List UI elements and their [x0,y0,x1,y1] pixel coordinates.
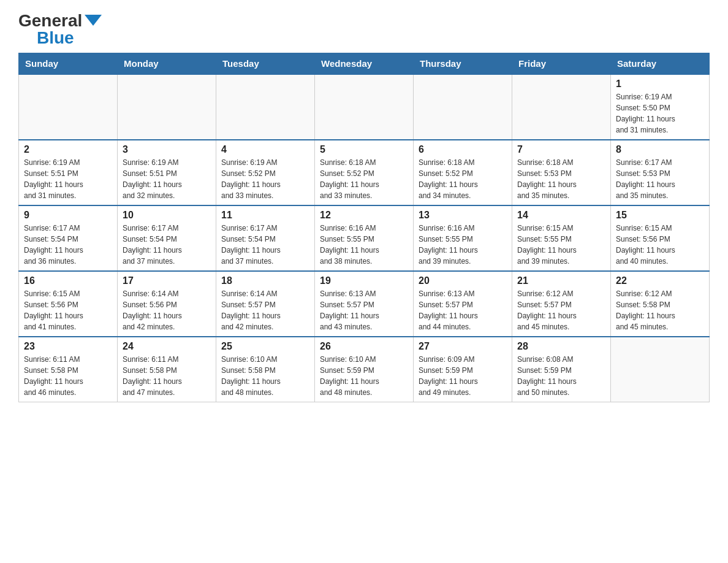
calendar-cell: 19Sunrise: 6:13 AM Sunset: 5:57 PM Dayli… [315,271,414,337]
logo-blue-text: Blue [37,29,74,47]
calendar-week-row: 1Sunrise: 6:19 AM Sunset: 5:50 PM Daylig… [19,74,710,140]
day-info: Sunrise: 6:17 AM Sunset: 5:54 PM Dayligh… [123,223,211,267]
calendar-cell: 22Sunrise: 6:12 AM Sunset: 5:58 PM Dayli… [611,271,710,337]
calendar-header-row: SundayMondayTuesdayWednesdayThursdayFrid… [19,53,710,75]
day-number: 22 [616,275,704,286]
calendar-cell [315,74,414,140]
day-number: 23 [24,341,112,352]
calendar-cell: 17Sunrise: 6:14 AM Sunset: 5:56 PM Dayli… [118,271,216,337]
calendar-week-row: 9Sunrise: 6:17 AM Sunset: 5:54 PM Daylig… [19,205,710,271]
day-info: Sunrise: 6:15 AM Sunset: 5:55 PM Dayligh… [517,223,605,267]
day-number: 25 [221,341,309,352]
day-number: 27 [419,341,507,352]
calendar-cell: 28Sunrise: 6:08 AM Sunset: 5:59 PM Dayli… [512,337,611,402]
day-number: 9 [24,210,112,221]
logo: General Blue [18,12,102,47]
calendar-week-row: 16Sunrise: 6:15 AM Sunset: 5:56 PM Dayli… [19,271,710,337]
day-info: Sunrise: 6:17 AM Sunset: 5:54 PM Dayligh… [221,223,309,267]
day-number: 11 [221,210,309,221]
calendar-cell [216,74,315,140]
day-number: 6 [419,144,507,155]
calendar-cell: 21Sunrise: 6:12 AM Sunset: 5:57 PM Dayli… [512,271,611,337]
logo-triangle-icon [85,15,102,26]
calendar-cell: 7Sunrise: 6:18 AM Sunset: 5:53 PM Daylig… [512,140,611,205]
day-info: Sunrise: 6:09 AM Sunset: 5:59 PM Dayligh… [419,354,507,398]
header-friday: Friday [512,53,611,75]
day-info: Sunrise: 6:19 AM Sunset: 5:50 PM Dayligh… [616,91,704,136]
day-info: Sunrise: 6:13 AM Sunset: 5:57 PM Dayligh… [419,288,507,332]
calendar-cell: 3Sunrise: 6:19 AM Sunset: 5:51 PM Daylig… [118,140,216,205]
logo-general-text: General [18,12,82,29]
calendar-table: SundayMondayTuesdayWednesdayThursdayFrid… [18,53,710,402]
day-info: Sunrise: 6:17 AM Sunset: 5:54 PM Dayligh… [24,223,112,267]
calendar-cell [414,74,512,140]
day-number: 17 [123,275,211,286]
calendar-cell [512,74,611,140]
day-info: Sunrise: 6:10 AM Sunset: 5:58 PM Dayligh… [221,354,309,398]
day-number: 18 [221,275,309,286]
day-info: Sunrise: 6:12 AM Sunset: 5:57 PM Dayligh… [517,288,605,332]
header-tuesday: Tuesday [216,53,315,75]
calendar-cell: 15Sunrise: 6:15 AM Sunset: 5:56 PM Dayli… [611,205,710,271]
calendar-cell: 26Sunrise: 6:10 AM Sunset: 5:59 PM Dayli… [315,337,414,402]
day-info: Sunrise: 6:16 AM Sunset: 5:55 PM Dayligh… [320,223,408,267]
day-info: Sunrise: 6:14 AM Sunset: 5:56 PM Dayligh… [123,288,211,332]
calendar-cell: 24Sunrise: 6:11 AM Sunset: 5:58 PM Dayli… [118,337,216,402]
calendar-cell: 23Sunrise: 6:11 AM Sunset: 5:58 PM Dayli… [19,337,118,402]
calendar-cell: 2Sunrise: 6:19 AM Sunset: 5:51 PM Daylig… [19,140,118,205]
calendar-cell: 16Sunrise: 6:15 AM Sunset: 5:56 PM Dayli… [19,271,118,337]
day-number: 8 [616,144,704,155]
page-header: General Blue [18,12,710,47]
calendar-cell: 11Sunrise: 6:17 AM Sunset: 5:54 PM Dayli… [216,205,315,271]
day-number: 1 [616,79,704,90]
header-sunday: Sunday [19,53,118,75]
day-info: Sunrise: 6:11 AM Sunset: 5:58 PM Dayligh… [123,354,211,398]
calendar-cell: 25Sunrise: 6:10 AM Sunset: 5:58 PM Dayli… [216,337,315,402]
day-info: Sunrise: 6:17 AM Sunset: 5:53 PM Dayligh… [616,157,704,201]
day-number: 20 [419,275,507,286]
calendar-cell: 14Sunrise: 6:15 AM Sunset: 5:55 PM Dayli… [512,205,611,271]
day-info: Sunrise: 6:18 AM Sunset: 5:52 PM Dayligh… [419,157,507,201]
day-number: 2 [24,144,112,155]
day-number: 15 [616,210,704,221]
day-number: 24 [123,341,211,352]
calendar-cell: 9Sunrise: 6:17 AM Sunset: 5:54 PM Daylig… [19,205,118,271]
calendar-cell: 5Sunrise: 6:18 AM Sunset: 5:52 PM Daylig… [315,140,414,205]
calendar-week-row: 2Sunrise: 6:19 AM Sunset: 5:51 PM Daylig… [19,140,710,205]
day-number: 4 [221,144,309,155]
header-monday: Monday [118,53,216,75]
calendar-cell [118,74,216,140]
day-info: Sunrise: 6:08 AM Sunset: 5:59 PM Dayligh… [517,354,605,398]
calendar-cell [611,337,710,402]
day-info: Sunrise: 6:15 AM Sunset: 5:56 PM Dayligh… [24,288,112,332]
calendar-cell: 12Sunrise: 6:16 AM Sunset: 5:55 PM Dayli… [315,205,414,271]
calendar-cell: 6Sunrise: 6:18 AM Sunset: 5:52 PM Daylig… [414,140,512,205]
day-number: 3 [123,144,211,155]
day-number: 5 [320,144,408,155]
header-saturday: Saturday [611,53,710,75]
header-wednesday: Wednesday [315,53,414,75]
day-info: Sunrise: 6:16 AM Sunset: 5:55 PM Dayligh… [419,223,507,267]
day-number: 12 [320,210,408,221]
calendar-cell [19,74,118,140]
calendar-cell: 1Sunrise: 6:19 AM Sunset: 5:50 PM Daylig… [611,74,710,140]
day-number: 19 [320,275,408,286]
calendar-cell: 18Sunrise: 6:14 AM Sunset: 5:57 PM Dayli… [216,271,315,337]
calendar-cell: 13Sunrise: 6:16 AM Sunset: 5:55 PM Dayli… [414,205,512,271]
day-number: 10 [123,210,211,221]
day-info: Sunrise: 6:13 AM Sunset: 5:57 PM Dayligh… [320,288,408,332]
calendar-cell: 4Sunrise: 6:19 AM Sunset: 5:52 PM Daylig… [216,140,315,205]
day-number: 13 [419,210,507,221]
day-info: Sunrise: 6:19 AM Sunset: 5:51 PM Dayligh… [123,157,211,201]
day-info: Sunrise: 6:18 AM Sunset: 5:53 PM Dayligh… [517,157,605,201]
day-info: Sunrise: 6:11 AM Sunset: 5:58 PM Dayligh… [24,354,112,398]
day-number: 21 [517,275,605,286]
calendar-cell: 27Sunrise: 6:09 AM Sunset: 5:59 PM Dayli… [414,337,512,402]
calendar-cell: 20Sunrise: 6:13 AM Sunset: 5:57 PM Dayli… [414,271,512,337]
calendar-cell: 8Sunrise: 6:17 AM Sunset: 5:53 PM Daylig… [611,140,710,205]
day-number: 7 [517,144,605,155]
day-info: Sunrise: 6:19 AM Sunset: 5:51 PM Dayligh… [24,157,112,201]
day-info: Sunrise: 6:18 AM Sunset: 5:52 PM Dayligh… [320,157,408,201]
day-info: Sunrise: 6:10 AM Sunset: 5:59 PM Dayligh… [320,354,408,398]
day-number: 28 [517,341,605,352]
